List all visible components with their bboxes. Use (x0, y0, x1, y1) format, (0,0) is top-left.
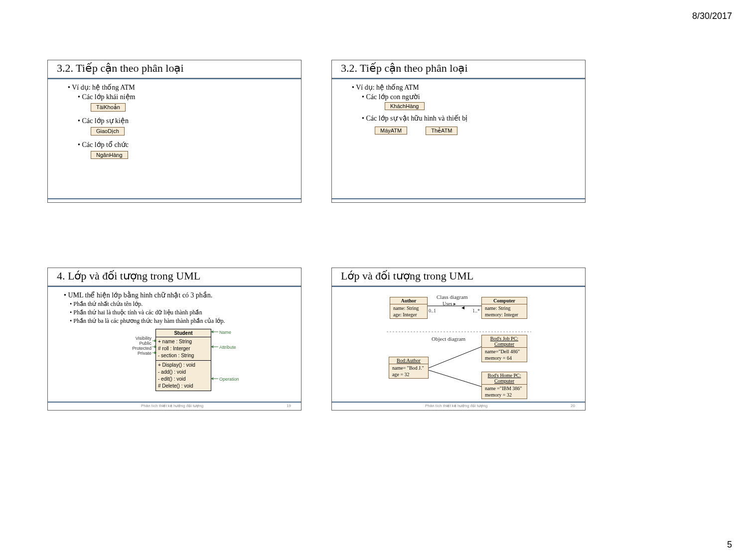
attr: age: Integer (393, 311, 424, 318)
label-protected: Protected (122, 346, 151, 351)
slide-footer: Phân tích thiết kế hướng đối tượng 20 (332, 402, 585, 409)
slide-body: Class diagram Uses ▸ 0..1 1..* Author na… (332, 287, 585, 402)
uml-attr: - section : String (158, 352, 209, 359)
slide-grid: 3.2. Tiếp cận theo phân loại Ví dụ: hệ t… (47, 60, 586, 411)
object-name: Bod's Job PC: Computer (482, 335, 527, 348)
label-attribute: Attribute (219, 345, 236, 350)
slide-footer (332, 198, 585, 201)
slide-number: 20 (571, 404, 575, 408)
attr: memory = 32 (485, 392, 524, 398)
label-name: Name (219, 330, 231, 335)
slide-title-bar: 3.2. Tiếp cận theo phân loại (332, 60, 585, 78)
bullet-intro: UML thể hiện lớp bằng hình chữ nhật có 3… (64, 291, 294, 299)
bullet-event: Các lớp sự kiện (78, 117, 294, 125)
document-date: 8/30/2017 (692, 11, 732, 21)
slide-2: 3.2. Tiếp cận theo phân loại Ví dụ: hệ t… (331, 60, 586, 203)
label-operation: Operation (219, 377, 239, 382)
svg-line-15 (426, 347, 481, 369)
label-visibility: Visibility (122, 336, 151, 341)
uml-class-name: Student (156, 329, 211, 337)
attr: name: String (485, 305, 524, 311)
uml-op: + Display() : void (158, 362, 209, 369)
slide-1: 3.2. Tiếp cận theo phân loại Ví dụ: hệ t… (47, 60, 301, 203)
uml-object-bod: Bod:Author name= "Bod J."age = 32 (389, 357, 429, 379)
slide-title: 4. Lớp và đối tượng trong UML (57, 270, 292, 282)
attr: name= "Bod J." (392, 365, 425, 371)
object-name: Bod's Home PC: Computer (482, 372, 527, 385)
bullet-part2: Phần thứ hai là thuộc tính và các dữ liệ… (70, 309, 294, 316)
slide-body: UML thể hiện lớp bằng hình chữ nhật có 3… (48, 287, 301, 399)
attr: memory: Integer (485, 311, 524, 318)
slide-title-bar: 4. Lớp và đối tượng trong UML (48, 268, 301, 286)
label-object-diagram: Object diagram (432, 336, 465, 342)
bullet-part3: Phần thứ ba là các phương thức hay hàm t… (70, 317, 294, 325)
class-box-taikhoan: TàiKhoản (91, 103, 126, 112)
attr: name="Dell 486" (485, 348, 524, 355)
class-box-khachhang: KháchHàng (385, 102, 425, 110)
footer-text: Phân tích thiết kế hướng đối tượng (141, 404, 203, 408)
class-name: Computer (482, 297, 527, 304)
slide-body: Ví dụ: hệ thống ATM Các lớp con người Kh… (332, 79, 585, 137)
uml-object-homepc: Bod's Home PC: Computer name ="IBM 386"m… (481, 372, 527, 399)
page-number: 5 (727, 540, 732, 550)
label-private: Private (122, 351, 151, 356)
attr: name ="IBM 386" (485, 385, 524, 392)
svg-line-16 (426, 369, 481, 387)
svg-marker-11 (211, 377, 213, 380)
uml-attr: # roll : Interger (158, 345, 209, 352)
bullet-part1: Phần thứ nhất chứa tên lớp. (70, 300, 294, 308)
label-mult2: 1..* (472, 308, 480, 313)
label-public: Public (122, 341, 151, 346)
label-mult1: 0..1 (429, 308, 436, 313)
bullet-example: Ví dụ: hệ thống ATM (68, 83, 294, 92)
slide-title: 3.2. Tiếp cận theo phân loại (341, 62, 576, 75)
object-name: Bod:Author (389, 357, 428, 364)
slide-4: Lớp và đối tượng trong UML Class diagram… (331, 268, 586, 411)
slide-footer (48, 198, 301, 201)
class-box-nganhang: NgânHàng (91, 151, 128, 159)
label-uses: Uses ▸ (443, 301, 456, 306)
slide-body: Ví dụ: hệ thống ATM Các lớp khái niệm Tà… (48, 79, 301, 161)
uml-class-author: Author name: Stringage: Integer (390, 297, 428, 319)
svg-marker-9 (211, 345, 213, 348)
slide-footer: Phân tích thiết kế hướng đối tượng 19 (48, 402, 301, 409)
bullet-thing: Các lớp sự vật hữu hình và thiết bị (362, 114, 578, 123)
class-box-mayatm: MáyATM (375, 127, 407, 135)
slide-title: Lớp và đối tượng trong UML (341, 270, 576, 282)
slide-title-bar: 3.2. Tiếp cận theo phân loại (48, 60, 301, 78)
class-box-theatm: ThẻATM (426, 127, 457, 135)
diagram-svg (332, 287, 585, 402)
slide-number: 19 (287, 404, 291, 408)
attr: memory = 64 (485, 355, 524, 361)
uml-attr: + name : String (158, 338, 209, 345)
label-class-diagram: Class diagram (437, 294, 468, 300)
uml-op: # Delete() : void (158, 383, 209, 390)
svg-marker-13 (461, 306, 464, 309)
uml-class-student: Student + name : String # roll : Interge… (155, 329, 211, 391)
bullet-concept: Các lớp khái niệm (78, 93, 294, 101)
svg-marker-7 (211, 330, 213, 333)
class-box-giaodich: GiaoDịch (91, 127, 125, 136)
bullet-org: Các lớp tổ chức (78, 140, 294, 149)
slide-title: 3.2. Tiếp cận theo phân loại (57, 62, 292, 75)
bullet-example: Ví dụ: hệ thống ATM (352, 83, 578, 92)
attr: name: String (393, 305, 424, 311)
class-name: Author (390, 297, 427, 304)
slide-title-bar: Lớp và đối tượng trong UML (332, 268, 585, 286)
attr: age = 32 (392, 371, 425, 378)
uml-object-jobpc: Bod's Job PC: Computer name="Dell 486"me… (481, 335, 527, 362)
uml-class-computer: Computer name: Stringmemory: Integer (481, 297, 527, 319)
footer-text: Phân tích thiết kế hướng đối tượng (425, 404, 487, 408)
slide-3: 4. Lớp và đối tượng trong UML UML thể hi… (47, 268, 301, 411)
uml-op: - add() : void (158, 369, 209, 376)
bullet-people: Các lớp con người (362, 93, 578, 101)
uml-op: - edit() : void (158, 376, 209, 383)
